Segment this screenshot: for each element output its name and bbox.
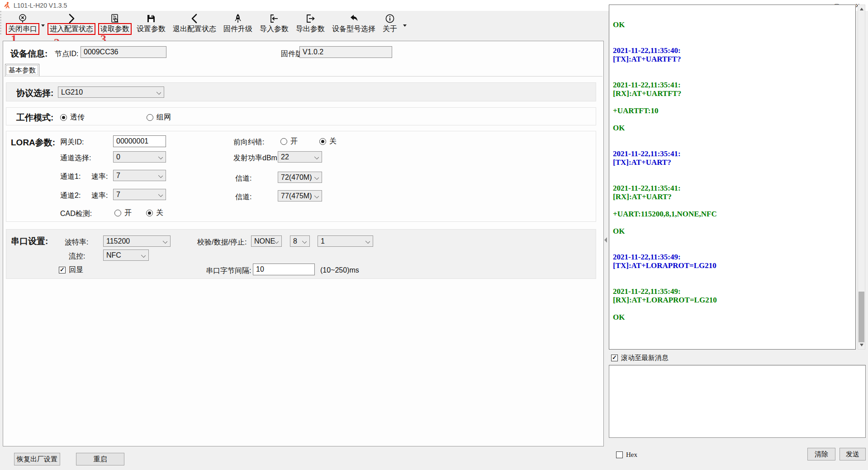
log-panel[interactable]: OK 2021-11-22,11:35:40: [TX]:AT+UARTFT? … [609, 5, 856, 350]
chevron-down-icon [163, 239, 167, 244]
app-logo-icon [3, 1, 11, 10]
exit-config-button[interactable]: 退出配置状态 [170, 12, 219, 34]
chevron-down-icon [365, 239, 370, 244]
set-params-button[interactable]: 设置参数 [133, 12, 169, 34]
log-entry: 2021-11-22,11:35:40: [TX]:AT+UARTFT? [613, 46, 852, 63]
node-id-field[interactable]: 0009CC36 [81, 46, 166, 58]
firmware-version-field[interactable]: V1.0.2 [299, 46, 392, 58]
radio-network-mode[interactable]: 组网 [147, 113, 171, 122]
hex-checkbox[interactable]: Hex [616, 451, 637, 459]
byte-interval-hint: (10~250)ms [320, 266, 359, 274]
log-entry: OK [613, 20, 852, 29]
tx-power-dropdown[interactable]: 22 [278, 151, 322, 163]
protocol-label: 协议选择: [16, 87, 53, 99]
tx-power-label: 发射功率dBm: [233, 153, 279, 163]
clear-button[interactable]: 清除 [807, 448, 835, 460]
toolbar-overflow-caret-icon[interactable] [403, 24, 407, 27]
send-button[interactable]: 发送 [840, 448, 866, 460]
chevron-right-icon [66, 12, 77, 24]
byte-interval-label: 串口字节间隔: [206, 266, 251, 276]
chevron-down-icon [314, 175, 319, 180]
channel1-freq-label: 信道: [235, 174, 251, 183]
chevron-left-icon [189, 12, 200, 24]
chevron-down-icon [302, 239, 307, 244]
baud-rate-dropdown[interactable]: 115200 [103, 235, 171, 247]
work-mode-group: 工作模式: 透传 组网 [6, 107, 596, 125]
log-entry: 2021-11-22,11:35:49: [TX]:AT+LORAPROT=LG… [613, 253, 852, 270]
log-entry: OK [613, 313, 852, 321]
chevron-down-icon [157, 90, 161, 95]
scrollbar-thumb[interactable] [859, 292, 864, 342]
chevron-down-icon [158, 173, 163, 178]
log-entry: 2021-11-22,11:35:41: [RX]:AT+UART? [613, 184, 852, 201]
save-icon [146, 12, 157, 24]
flow-control-label: 流控: [69, 252, 85, 261]
window-title: L101-L-H20 V1.3.5 [14, 2, 67, 9]
channel2-rate-label: 速率: [91, 191, 108, 201]
log-entry: 2021-11-22,11:35:41: [RX]:AT+UARTFT? [613, 81, 852, 98]
tab-basic-params[interactable]: 基本参数 [5, 64, 39, 77]
device-model-select-button[interactable]: 设备型号选择 [329, 12, 379, 34]
flow-control-dropdown[interactable]: NFC [103, 249, 149, 261]
protocol-group: 协议选择: LG210 [6, 82, 596, 101]
log-entry: OK [613, 124, 852, 132]
chevron-down-icon [141, 253, 146, 258]
channel-select-dropdown[interactable]: 0 [113, 151, 166, 163]
send-textarea[interactable] [609, 365, 866, 438]
fec-label: 前向纠错: [233, 138, 264, 147]
chevron-down-icon [158, 155, 163, 159]
channel2-freq-label: 信道: [235, 192, 251, 202]
log-entry: +UART:115200,8,1,NONE,NFC [613, 210, 852, 218]
scroll-down-icon[interactable] [860, 344, 863, 346]
close-serial-button[interactable]: 关闭串口 [5, 12, 40, 34]
about-button[interactable]: 关于 [379, 12, 400, 34]
channel1-rate-dropdown[interactable]: 7 [113, 170, 166, 181]
serial-dropdown-caret-icon[interactable] [41, 24, 45, 27]
read-params-button[interactable]: 读取参数 [97, 12, 133, 34]
channel1-rate-label: 速率: [91, 172, 108, 182]
log-entry: 2021-11-22,11:35:41: [TX]:AT+UART? [613, 149, 852, 167]
info-icon [384, 12, 395, 24]
radio-fec-off[interactable]: 关 [319, 137, 337, 146]
node-id-label: 节点ID: [55, 49, 78, 59]
stop-bits-dropdown[interactable]: 1 [318, 235, 373, 247]
radio-cad-on[interactable]: 开 [114, 208, 132, 218]
channel-select-label: 通道选择: [60, 153, 91, 163]
export-params-button[interactable]: 导出参数 [293, 12, 328, 34]
radio-cad-off[interactable]: 关 [146, 208, 163, 218]
parity-data-stop-label: 校验/数据/停止: [197, 238, 247, 247]
log-entry: 2021-11-22,11:35:49: [RX]:AT+LORAPROT=LG… [613, 287, 852, 304]
import-icon [269, 12, 280, 24]
doc-search-icon [109, 12, 120, 24]
chevron-down-icon [314, 194, 319, 198]
data-bits-dropdown[interactable]: 8 [290, 235, 310, 247]
log-scrollbar[interactable] [858, 5, 865, 350]
enter-config-button[interactable]: 进入配置状态 [47, 12, 96, 34]
radio-icon [114, 210, 121, 216]
restart-button[interactable]: 重启 [76, 453, 124, 465]
chevron-down-icon [158, 192, 163, 197]
scroll-to-latest-checkbox[interactable]: 滚动至最新消息 [611, 354, 669, 362]
gateway-id-input[interactable]: 00000001 [113, 135, 166, 147]
channel2-freq-dropdown[interactable]: 77(475M) [278, 190, 322, 201]
cad-detect-label: CAD检测: [60, 209, 92, 219]
factory-reset-button[interactable]: 恢复出厂设置 [14, 453, 60, 465]
channel1-freq-dropdown[interactable]: 72(470M) [278, 172, 322, 183]
radio-fec-on[interactable]: 开 [280, 137, 298, 146]
import-params-button[interactable]: 导入参数 [256, 12, 292, 34]
lora-params-label: LORA参数: [11, 137, 55, 149]
channel1-label: 通道1: [60, 172, 81, 182]
scroll-up-icon[interactable] [860, 8, 863, 10]
serial-settings-group: 串口设置: 波特率: 115200 校验/数据/停止: NONE 8 1 流控:… [6, 229, 596, 279]
firmware-upgrade-button[interactable]: 固件升级 [220, 12, 256, 34]
parity-dropdown[interactable]: NONE [251, 235, 282, 247]
radio-transparent-mode[interactable]: 透传 [60, 113, 85, 122]
splitter-collapse-icon[interactable] [604, 237, 607, 243]
device-info-label: 设备信息: [10, 48, 47, 60]
channel2-rate-dropdown[interactable]: 7 [113, 189, 166, 200]
protocol-select[interactable]: LG210 [58, 86, 164, 98]
echo-checkbox[interactable]: 回显 [59, 265, 83, 275]
byte-interval-input[interactable]: 10 [253, 264, 315, 275]
checkbox-icon [59, 267, 66, 273]
radio-icon [280, 138, 287, 145]
